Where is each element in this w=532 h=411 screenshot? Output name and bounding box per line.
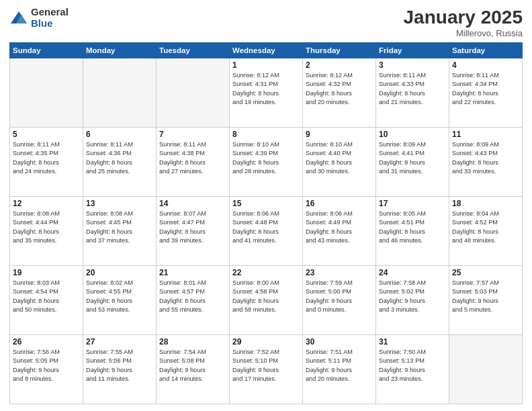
day-number: 10 (379, 130, 446, 139)
day-cell-3-6: 17Sunrise: 8:05 AMSunset: 4:51 PMDayligh… (376, 197, 449, 266)
day-number: 19 (13, 268, 80, 277)
day-number: 2 (306, 60, 373, 70)
logo-text: General Blue (31, 7, 69, 29)
logo-general-text: General (31, 7, 69, 18)
day-number: 25 (452, 268, 519, 277)
day-number: 22 (232, 268, 300, 277)
day-number: 9 (306, 130, 373, 139)
header: General Blue January 2025 Millerovo, Rus… (9, 7, 523, 38)
day-number: 21 (159, 268, 226, 277)
col-monday: Monday (83, 43, 157, 58)
day-cell-1-5: 2Sunrise: 8:12 AMSunset: 4:32 PMDaylight… (303, 58, 376, 128)
day-cell-3-2: 13Sunrise: 8:08 AMSunset: 4:45 PMDayligh… (83, 197, 157, 266)
day-number: 23 (306, 268, 373, 277)
col-friday: Friday (376, 43, 449, 58)
day-number: 5 (13, 130, 80, 139)
week-row-1: 1Sunrise: 8:12 AMSunset: 4:31 PMDaylight… (10, 58, 523, 128)
day-info: Sunrise: 8:11 AMSunset: 4:36 PMDaylight:… (86, 140, 153, 176)
day-number: 18 (452, 199, 519, 208)
day-cell-4-7: 25Sunrise: 7:57 AMSunset: 5:03 PMDayligh… (449, 266, 523, 335)
logo-blue-text: Blue (31, 18, 69, 30)
day-info: Sunrise: 8:04 AMSunset: 4:52 PMDaylight:… (452, 210, 519, 245)
day-cell-2-6: 10Sunrise: 8:09 AMSunset: 4:41 PMDayligh… (376, 128, 449, 197)
day-cell-3-1: 12Sunrise: 8:08 AMSunset: 4:44 PMDayligh… (10, 197, 83, 266)
day-info: Sunrise: 8:05 AMSunset: 4:51 PMDaylight:… (379, 210, 446, 245)
day-cell-1-3 (157, 58, 230, 128)
day-cell-3-3: 14Sunrise: 8:07 AMSunset: 4:47 PMDayligh… (157, 197, 230, 266)
day-number: 16 (306, 199, 373, 208)
day-cell-5-2: 27Sunrise: 7:55 AMSunset: 5:06 PMDayligh… (83, 335, 157, 404)
day-number: 20 (86, 268, 153, 277)
day-info: Sunrise: 8:08 AMSunset: 4:45 PMDaylight:… (86, 210, 153, 245)
day-info: Sunrise: 8:11 AMSunset: 4:33 PMDaylight:… (379, 71, 446, 107)
header-row: Sunday Monday Tuesday Wednesday Thursday… (10, 43, 523, 58)
day-number: 26 (13, 337, 80, 347)
logo: General Blue (9, 7, 69, 29)
week-row-4: 19Sunrise: 8:03 AMSunset: 4:54 PMDayligh… (10, 266, 523, 335)
page: General Blue January 2025 Millerovo, Rus… (0, 0, 532, 411)
day-cell-4-5: 23Sunrise: 7:59 AMSunset: 5:00 PMDayligh… (303, 266, 376, 335)
day-number: 27 (86, 337, 153, 347)
day-info: Sunrise: 8:11 AMSunset: 4:34 PMDaylight:… (452, 71, 519, 107)
day-info: Sunrise: 7:52 AMSunset: 5:10 PMDaylight:… (232, 348, 300, 383)
day-info: Sunrise: 7:57 AMSunset: 5:03 PMDaylight:… (452, 279, 519, 314)
day-info: Sunrise: 8:10 AMSunset: 4:40 PMDaylight:… (306, 140, 373, 176)
day-cell-2-2: 6Sunrise: 8:11 AMSunset: 4:36 PMDaylight… (83, 128, 157, 197)
day-info: Sunrise: 8:12 AMSunset: 4:32 PMDaylight:… (306, 71, 373, 107)
day-cell-1-6: 3Sunrise: 8:11 AMSunset: 4:33 PMDaylight… (376, 58, 449, 128)
day-cell-4-1: 19Sunrise: 8:03 AMSunset: 4:54 PMDayligh… (10, 266, 83, 335)
day-info: Sunrise: 7:56 AMSunset: 5:05 PMDaylight:… (13, 348, 80, 383)
day-cell-4-4: 22Sunrise: 8:00 AMSunset: 4:58 PMDayligh… (230, 266, 303, 335)
day-number: 7 (159, 130, 226, 139)
day-info: Sunrise: 8:00 AMSunset: 4:58 PMDaylight:… (232, 279, 300, 314)
col-saturday: Saturday (449, 43, 523, 58)
day-cell-5-1: 26Sunrise: 7:56 AMSunset: 5:05 PMDayligh… (10, 335, 83, 404)
calendar-body: 1Sunrise: 8:12 AMSunset: 4:31 PMDaylight… (10, 58, 523, 404)
day-info: Sunrise: 8:10 AMSunset: 4:39 PMDaylight:… (232, 140, 300, 176)
month-title: January 2025 (404, 7, 523, 28)
day-info: Sunrise: 7:51 AMSunset: 5:11 PMDaylight:… (306, 348, 373, 383)
day-info: Sunrise: 8:06 AMSunset: 4:48 PMDaylight:… (232, 210, 300, 245)
title-block: January 2025 Millerovo, Russia (404, 7, 523, 38)
day-number: 13 (86, 199, 153, 208)
day-cell-5-3: 28Sunrise: 7:54 AMSunset: 5:08 PMDayligh… (157, 335, 230, 404)
day-info: Sunrise: 8:01 AMSunset: 4:57 PMDaylight:… (159, 279, 226, 314)
day-number: 14 (159, 199, 226, 208)
day-cell-4-3: 21Sunrise: 8:01 AMSunset: 4:57 PMDayligh… (157, 266, 230, 335)
week-row-3: 12Sunrise: 8:08 AMSunset: 4:44 PMDayligh… (10, 197, 523, 266)
col-wednesday: Wednesday (230, 43, 303, 58)
day-cell-5-5: 30Sunrise: 7:51 AMSunset: 5:11 PMDayligh… (303, 335, 376, 404)
day-cell-2-4: 8Sunrise: 8:10 AMSunset: 4:39 PMDaylight… (230, 128, 303, 197)
logo-icon (9, 9, 28, 28)
day-info: Sunrise: 8:08 AMSunset: 4:44 PMDaylight:… (13, 210, 80, 245)
day-cell-1-1 (10, 58, 83, 128)
day-info: Sunrise: 7:58 AMSunset: 5:02 PMDaylight:… (379, 279, 446, 314)
day-number: 28 (159, 337, 226, 347)
day-cell-2-7: 11Sunrise: 8:09 AMSunset: 4:43 PMDayligh… (449, 128, 523, 197)
day-cell-2-5: 9Sunrise: 8:10 AMSunset: 4:40 PMDaylight… (303, 128, 376, 197)
day-number: 24 (379, 268, 446, 277)
location: Millerovo, Russia (404, 28, 523, 38)
day-info: Sunrise: 8:03 AMSunset: 4:54 PMDaylight:… (13, 279, 80, 314)
day-info: Sunrise: 7:55 AMSunset: 5:06 PMDaylight:… (86, 348, 153, 383)
day-cell-3-7: 18Sunrise: 8:04 AMSunset: 4:52 PMDayligh… (449, 197, 523, 266)
day-number: 8 (232, 130, 300, 139)
day-cell-4-6: 24Sunrise: 7:58 AMSunset: 5:02 PMDayligh… (376, 266, 449, 335)
week-row-2: 5Sunrise: 8:11 AMSunset: 4:35 PMDaylight… (10, 128, 523, 197)
day-cell-2-3: 7Sunrise: 8:11 AMSunset: 4:38 PMDaylight… (157, 128, 230, 197)
day-number: 1 (232, 60, 300, 70)
day-info: Sunrise: 7:59 AMSunset: 5:00 PMDaylight:… (306, 279, 373, 314)
col-thursday: Thursday (303, 43, 376, 58)
calendar-table: Sunday Monday Tuesday Wednesday Thursday… (9, 42, 523, 404)
day-number: 4 (452, 60, 519, 70)
day-info: Sunrise: 8:09 AMSunset: 4:41 PMDaylight:… (379, 140, 446, 176)
day-info: Sunrise: 8:12 AMSunset: 4:31 PMDaylight:… (232, 71, 300, 107)
day-number: 30 (306, 337, 373, 347)
day-number: 29 (232, 337, 300, 347)
day-cell-5-7 (449, 335, 523, 404)
day-cell-5-6: 31Sunrise: 7:50 AMSunset: 5:13 PMDayligh… (376, 335, 449, 404)
day-info: Sunrise: 8:06 AMSunset: 4:49 PMDaylight:… (306, 210, 373, 245)
day-info: Sunrise: 8:11 AMSunset: 4:35 PMDaylight:… (13, 140, 80, 176)
day-info: Sunrise: 7:54 AMSunset: 5:08 PMDaylight:… (159, 348, 226, 383)
day-cell-1-2 (83, 58, 157, 128)
